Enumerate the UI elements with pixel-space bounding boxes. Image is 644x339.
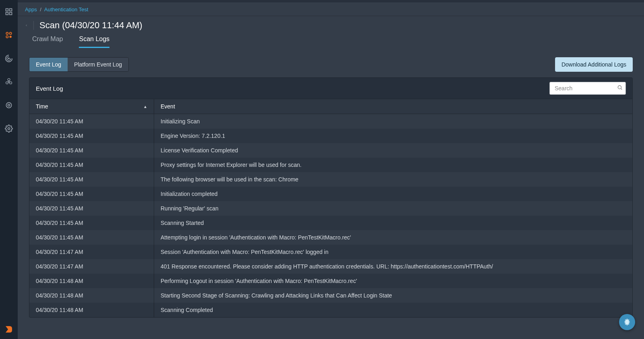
cell-event: Engine Version: 7.2.120.1: [154, 129, 632, 143]
panel-title: Event Log: [36, 85, 63, 92]
cell-time: 04/30/20 11:45 AM: [29, 114, 154, 129]
target-icon[interactable]: [4, 101, 13, 110]
cell-event: Proxy settings for Internet Explorer wil…: [154, 158, 632, 172]
brand-icon: [0, 324, 18, 334]
cell-event: Running 'Regular' scan: [154, 201, 632, 216]
table-row[interactable]: 04/30/20 11:45 AMEngine Version: 7.2.120…: [29, 129, 632, 143]
svg-rect-0: [6, 9, 8, 11]
table-row[interactable]: 04/30/20 11:47 AMSession 'Authentication…: [29, 245, 632, 259]
cell-time: 04/30/20 11:48 AM: [29, 288, 154, 303]
table-row[interactable]: 04/30/20 11:48 AMScanning Completed: [29, 303, 632, 317]
cell-event: Performing Logout in session 'Authentica…: [154, 274, 632, 288]
back-button[interactable]: [25, 21, 34, 30]
table-row[interactable]: 04/30/20 11:45 AMProxy settings for Inte…: [29, 158, 632, 172]
svg-point-5: [10, 32, 12, 34]
cell-time: 04/30/20 11:45 AM: [29, 129, 154, 143]
radar-icon[interactable]: [4, 54, 13, 63]
sort-asc-icon: ▲: [143, 104, 147, 109]
tab-bar: Crawl Map Scan Logs: [18, 32, 644, 48]
cell-time: 04/30/20 11:45 AM: [29, 216, 154, 230]
breadcrumb-current[interactable]: Authentication Test: [44, 6, 89, 12]
svg-point-7: [10, 36, 12, 38]
cell-event: Session 'Authentication with Macro: PenT…: [154, 245, 632, 259]
cell-event: Scanning Started: [154, 216, 632, 230]
segment-event-log[interactable]: Event Log: [29, 58, 68, 71]
page-title: Scan (04/30/20 11:44 AM): [39, 20, 142, 31]
column-header-time-label: Time: [36, 103, 48, 110]
search-input[interactable]: [549, 82, 626, 95]
cell-event: Initializing Scan: [154, 114, 632, 129]
cell-time: 04/30/20 11:48 AM: [29, 274, 154, 288]
tab-crawl-map[interactable]: Crawl Map: [32, 35, 63, 48]
gear-icon[interactable]: [4, 124, 13, 133]
tab-scan-logs[interactable]: Scan Logs: [79, 35, 109, 48]
cell-event: Attempting login in session 'Authenticat…: [154, 230, 632, 245]
help-fab[interactable]: [619, 314, 635, 330]
cell-event: License Verification Completed: [154, 143, 632, 158]
cell-event: 401 Response encountered. Please conside…: [154, 259, 632, 274]
table-body: 04/30/20 11:45 AMInitializing Scan04/30/…: [29, 114, 632, 317]
table-row[interactable]: 04/30/20 11:45 AMInitialization complete…: [29, 187, 632, 201]
cell-time: 04/30/20 11:47 AM: [29, 259, 154, 274]
dashboard-icon[interactable]: [4, 7, 13, 16]
cell-time: 04/30/20 11:45 AM: [29, 201, 154, 216]
table-row[interactable]: 04/30/20 11:45 AMInitializing Scan: [29, 114, 632, 129]
column-header-event[interactable]: Event: [154, 99, 632, 114]
svg-point-12: [10, 82, 12, 84]
column-header-time[interactable]: Time ▲: [29, 99, 154, 114]
breadcrumb: Apps / Authentication Test: [18, 2, 644, 16]
cell-event: The following browser will be used in th…: [154, 172, 632, 187]
biohazard-icon[interactable]: [4, 77, 13, 86]
cell-event: Scanning Completed: [154, 303, 632, 317]
table-row[interactable]: 04/30/20 11:45 AMAttempting login in ses…: [29, 230, 632, 245]
search-wrap: [549, 82, 626, 95]
table-row[interactable]: 04/30/20 11:45 AMRunning 'Regular' scan: [29, 201, 632, 216]
cell-time: 04/30/20 11:48 AM: [29, 303, 154, 317]
table-header: Time ▲ Event: [29, 99, 632, 114]
table-row[interactable]: 04/30/20 11:45 AMScanning Started: [29, 216, 632, 230]
svg-rect-2: [6, 12, 8, 15]
svg-point-10: [8, 79, 10, 81]
segment-platform-event-log[interactable]: Platform Event Log: [68, 58, 128, 71]
cell-time: 04/30/20 11:45 AM: [29, 230, 154, 245]
download-logs-button[interactable]: Download Additional Logs: [555, 57, 633, 72]
table-row[interactable]: 04/30/20 11:48 AMPerforming Logout in se…: [29, 274, 632, 288]
svg-point-11: [6, 82, 8, 84]
sidebar-rail: [0, 0, 18, 339]
svg-point-8: [8, 58, 10, 59]
svg-point-13: [6, 102, 11, 108]
table-row[interactable]: 04/30/20 11:45 AMThe following browser w…: [29, 172, 632, 187]
svg-rect-1: [10, 9, 12, 11]
cell-event: Starting Second Stage of Scanning: Crawl…: [154, 288, 632, 303]
cell-time: 04/30/20 11:47 AM: [29, 245, 154, 259]
event-log-panel: Event Log Time ▲ Event 04/30/20 11:45 AM…: [29, 77, 633, 318]
table-row[interactable]: 04/30/20 11:48 AMStarting Second Stage o…: [29, 288, 632, 303]
table-row[interactable]: 04/30/20 11:47 AM401 Response encountere…: [29, 259, 632, 274]
cell-event: Initialization completed: [154, 187, 632, 201]
cell-time: 04/30/20 11:45 AM: [29, 158, 154, 172]
table-row[interactable]: 04/30/20 11:45 AMLicense Verification Co…: [29, 143, 632, 158]
apps-icon[interactable]: [4, 31, 13, 40]
svg-point-14: [8, 104, 10, 106]
cell-time: 04/30/20 11:45 AM: [29, 172, 154, 187]
breadcrumb-separator: /: [38, 6, 43, 12]
svg-point-9: [8, 81, 9, 82]
svg-point-4: [6, 32, 8, 34]
cell-time: 04/30/20 11:45 AM: [29, 187, 154, 201]
cell-time: 04/30/20 11:45 AM: [29, 143, 154, 158]
breadcrumb-parent[interactable]: Apps: [25, 6, 37, 12]
log-type-segmented: Event Log Platform Event Log: [29, 57, 129, 72]
svg-point-15: [8, 128, 10, 130]
svg-rect-3: [10, 12, 12, 15]
svg-point-6: [6, 36, 8, 38]
